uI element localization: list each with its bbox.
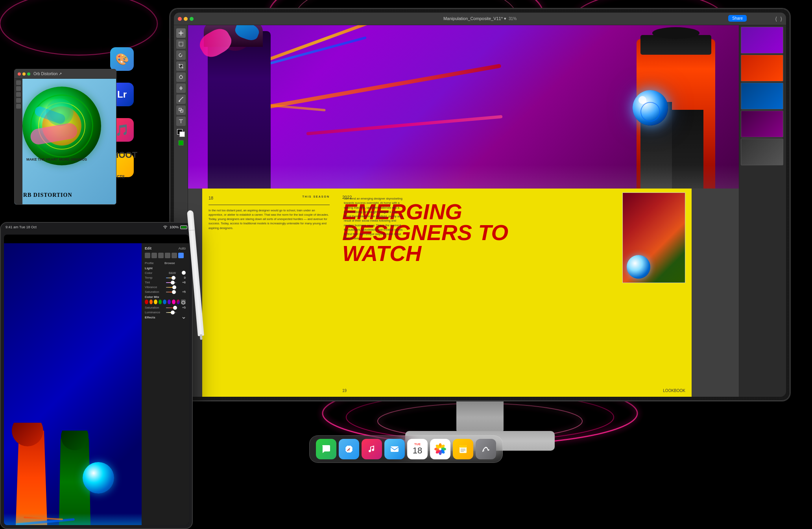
ps-expand[interactable]: ⟩ <box>780 16 782 22</box>
ipad-body: 9:41 am Tue 18 Oct 100% <box>0 222 193 529</box>
ps-thumb-3[interactable] <box>741 83 783 109</box>
ps-move-tool[interactable] <box>176 28 186 38</box>
ai-tool-5[interactable] <box>16 104 21 109</box>
lr-crop[interactable] <box>158 253 164 258</box>
lr-temp-thumb[interactable] <box>172 276 175 280</box>
lr-saturation-slider[interactable] <box>166 292 176 292</box>
lr-tint-slider[interactable] <box>166 282 176 283</box>
orb-distortion-label: ORB DISTORTION <box>18 192 72 198</box>
illustrator-window: Orb Distortion ↗ MAKE THE HEART MORE OBV… <box>14 69 116 205</box>
page-number-left: 18 <box>209 195 213 202</box>
ps-titlebar: Manipulation_Composite_V11* ▾ 31% Share … <box>174 13 786 25</box>
freeform-icon <box>480 444 491 455</box>
lr-vibrance-thumb[interactable] <box>172 285 176 289</box>
ps-share-button[interactable]: Share <box>728 15 747 22</box>
ai-tool-3[interactable] <box>16 92 21 97</box>
ps-thumb-4[interactable] <box>741 111 783 137</box>
lr-undo[interactable] <box>145 253 150 258</box>
ai-tool-4[interactable] <box>16 98 21 103</box>
dock-music[interactable] <box>362 439 382 459</box>
ps-foreground-background[interactable] <box>177 129 185 137</box>
lr-color-blue[interactable] <box>163 300 166 304</box>
lr-saturation-thumb[interactable] <box>172 290 176 294</box>
lr-temp-value: 0 <box>178 276 186 279</box>
svg-rect-17 <box>391 446 399 452</box>
ps-layer-thumbnails <box>739 25 786 167</box>
ai-tool-1[interactable] <box>16 80 21 85</box>
ps-zoom: 31% <box>509 17 517 21</box>
lr-luminance-thumb[interactable] <box>171 311 175 314</box>
ps-brush-tool[interactable] <box>176 94 186 104</box>
ps-lasso-tool[interactable] <box>176 50 186 60</box>
ai-title: Orb Distortion ↗ <box>33 72 62 76</box>
lr-color-label: Color <box>145 271 164 275</box>
ps-heal-tool[interactable] <box>176 83 186 93</box>
ps-filename: Manipulation_Composite_V11* ▾ <box>443 16 506 21</box>
photos-icon <box>434 443 447 455</box>
lr-temp-slider[interactable] <box>166 277 176 278</box>
floating-app-photoshop[interactable]: 🎨 <box>110 47 134 71</box>
dock-safari[interactable] <box>339 439 359 459</box>
svg-rect-13 <box>181 110 183 112</box>
ps-thumb-5[interactable] <box>741 139 783 165</box>
ps-thumb-1[interactable] <box>741 27 783 54</box>
ps-right-panel <box>739 25 786 397</box>
ps-crop-tool[interactable] <box>176 61 186 71</box>
lr-tint-thumb[interactable] <box>171 281 175 285</box>
lr-color-green[interactable] <box>159 300 162 304</box>
ps-canvas[interactable]: 18 THIS SEASON In the not too distant pa… <box>188 25 739 397</box>
ps-select-tool[interactable] <box>176 39 186 49</box>
svg-point-3 <box>0 0 157 55</box>
svg-rect-7 <box>179 42 183 46</box>
lr-color-picker[interactable] <box>181 300 186 304</box>
dock-freeform[interactable] <box>476 439 496 459</box>
svg-point-26 <box>439 448 441 450</box>
lr-color-magenta[interactable] <box>172 300 175 304</box>
lr-temp-row: Temp 0 <box>145 276 186 279</box>
ps-type-tool[interactable] <box>176 117 186 126</box>
lr-saturation2-slider[interactable] <box>166 307 176 308</box>
lr-luminance-slider[interactable] <box>166 312 176 313</box>
lr-color-all[interactable] <box>177 300 180 304</box>
safari-icon <box>343 444 354 455</box>
lr-photo-subjects <box>4 243 142 525</box>
dock-messages[interactable] <box>316 439 336 459</box>
lr-edit-active[interactable] <box>178 253 184 258</box>
lr-redo[interactable] <box>151 253 157 258</box>
dock-photos[interactable] <box>430 439 450 459</box>
battery-icon <box>180 226 187 229</box>
lr-vibrance-slider[interactable] <box>166 287 176 288</box>
ai-titlebar: Orb Distortion ↗ <box>15 69 116 79</box>
lr-tint-label: Tint <box>145 281 164 284</box>
ipad-screen: Edit Auto Profile Browse <box>4 235 189 525</box>
wifi-icon <box>162 225 168 229</box>
lr-heal[interactable] <box>172 253 177 258</box>
ipad-pro: 9:41 am Tue 18 Oct 100% <box>0 222 193 529</box>
lr-browse[interactable]: Browse <box>164 261 186 265</box>
ps-eyedropper-tool[interactable] <box>176 72 186 82</box>
dock-calendar[interactable]: TUE 18 <box>407 439 428 459</box>
lr-saturation2-thumb[interactable] <box>173 306 177 310</box>
ps-color-swatch[interactable] <box>178 140 184 146</box>
lr-color-type: B&W <box>169 271 176 275</box>
lr-color-purple[interactable] <box>168 300 171 304</box>
lr-luminance-label: Luminance <box>145 311 164 314</box>
ps-thumb-2[interactable] <box>741 55 783 81</box>
ps-minimize[interactable]: ⟨ <box>775 16 777 22</box>
lr-color-red[interactable] <box>145 300 148 304</box>
lr-color-orange[interactable] <box>149 300 153 304</box>
lr-vibrance-label: Vibrance <box>145 285 164 289</box>
lr-profile-label: Profile <box>145 261 164 265</box>
svg-rect-12 <box>179 108 181 111</box>
lr-saturation2-row: Saturation +5 <box>145 306 186 309</box>
ps-clone-tool[interactable] <box>176 105 186 115</box>
lr-saturation-value: +5 <box>178 290 186 294</box>
magazine-spread-lower: 18 THIS SEASON In the not too distant pa… <box>202 189 692 397</box>
ai-tool-2[interactable] <box>16 86 21 91</box>
lr-color-dropper[interactable] <box>182 271 186 275</box>
dock-mail[interactable] <box>384 439 405 459</box>
lr-mask[interactable] <box>165 253 170 258</box>
page-number-right: 19 <box>342 388 347 393</box>
lr-color-yellow[interactable] <box>154 300 157 304</box>
dock-notes[interactable] <box>453 439 473 459</box>
